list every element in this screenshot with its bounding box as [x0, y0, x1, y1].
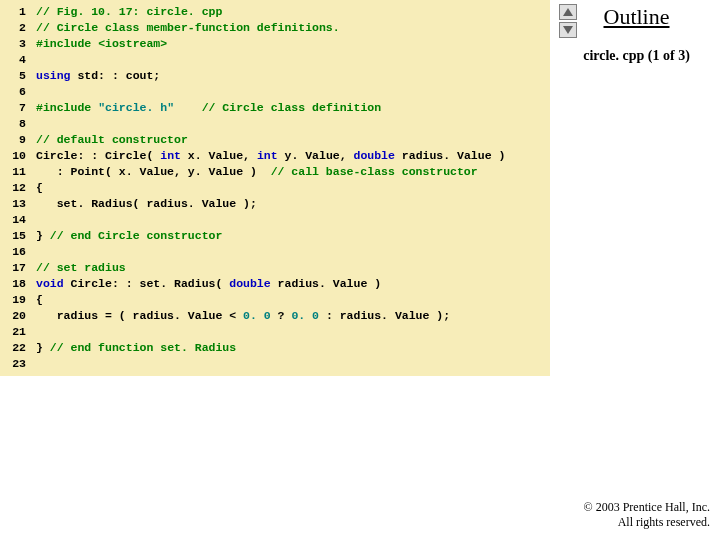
lineno: 18	[0, 276, 36, 292]
lineno: 8	[0, 116, 36, 132]
nav-down-button[interactable]	[559, 22, 577, 38]
svg-marker-0	[563, 8, 573, 16]
code-text: : Point( x. Value, y. Value )	[36, 165, 271, 178]
rights-line: All rights reserved.	[584, 515, 710, 530]
lineno: 23	[0, 356, 36, 372]
lineno: 22	[0, 340, 36, 356]
code-text: y. Value,	[278, 149, 354, 162]
comment: // default constructor	[36, 133, 188, 146]
comment: // Fig. 10. 17: circle. cpp	[36, 5, 222, 18]
number: 0. 0	[291, 309, 319, 322]
comment: // end Circle constructor	[50, 229, 223, 242]
keyword: double	[354, 149, 395, 162]
nav-buttons	[559, 4, 577, 38]
code-text: set. Radius( radius. Value );	[36, 197, 257, 210]
comment: // end function set. Radius	[50, 341, 236, 354]
lineno: 4	[0, 52, 36, 68]
lineno: 14	[0, 212, 36, 228]
comment: // set radius	[36, 261, 126, 274]
keyword: int	[257, 149, 278, 162]
lineno: 1	[0, 4, 36, 20]
keyword: using	[36, 69, 71, 82]
copyright-line: © 2003 Prentice Hall, Inc.	[584, 500, 710, 515]
lineno: 7	[0, 100, 36, 116]
lineno: 9	[0, 132, 36, 148]
code-text: {	[36, 181, 43, 194]
lineno: 21	[0, 324, 36, 340]
keyword: double	[229, 277, 270, 290]
code-text: radius. Value )	[271, 277, 381, 290]
code-text: radius. Value )	[395, 149, 505, 162]
code-panel: 1// Fig. 10. 17: circle. cpp 2// Circle …	[0, 0, 550, 376]
lineno: 16	[0, 244, 36, 260]
outline-title: Outline	[559, 4, 714, 30]
code-text: std: : cout;	[71, 69, 161, 82]
lineno: 15	[0, 228, 36, 244]
footer: © 2003 Prentice Hall, Inc. All rights re…	[584, 500, 710, 530]
triangle-up-icon	[563, 8, 573, 16]
number: 0. 0	[243, 309, 271, 322]
keyword: void	[36, 277, 64, 290]
file-label: circle. cpp (1 of 3)	[559, 48, 714, 64]
string: "circle. h"	[98, 101, 174, 114]
lineno: 10	[0, 148, 36, 164]
triangle-down-icon	[563, 26, 573, 34]
code-text: x. Value,	[181, 149, 257, 162]
comment: // call base-class constructor	[271, 165, 478, 178]
code-text: radius = ( radius. Value <	[36, 309, 243, 322]
keyword: int	[160, 149, 181, 162]
lineno: 13	[0, 196, 36, 212]
side-panel: Outline circle. cpp (1 of 3)	[559, 4, 714, 64]
lineno: 2	[0, 20, 36, 36]
lineno: 19	[0, 292, 36, 308]
code-text: }	[36, 229, 50, 242]
lineno: 20	[0, 308, 36, 324]
code-text: Circle: : Circle(	[36, 149, 160, 162]
header-name: <iostream>	[98, 37, 167, 50]
lineno: 11	[0, 164, 36, 180]
svg-marker-1	[563, 26, 573, 34]
lineno: 6	[0, 84, 36, 100]
lineno: 5	[0, 68, 36, 84]
code-text: Circle: : set. Radius(	[64, 277, 230, 290]
preproc: #include	[36, 101, 91, 114]
comment: // Circle class definition	[202, 101, 381, 114]
code-text: ?	[271, 309, 292, 322]
lineno: 12	[0, 180, 36, 196]
lineno: 17	[0, 260, 36, 276]
code-text: }	[36, 341, 50, 354]
comment: // Circle class member-function definiti…	[36, 21, 340, 34]
nav-up-button[interactable]	[559, 4, 577, 20]
code-text: {	[36, 293, 43, 306]
lineno: 3	[0, 36, 36, 52]
code-text: : radius. Value );	[319, 309, 450, 322]
preproc: #include	[36, 37, 91, 50]
